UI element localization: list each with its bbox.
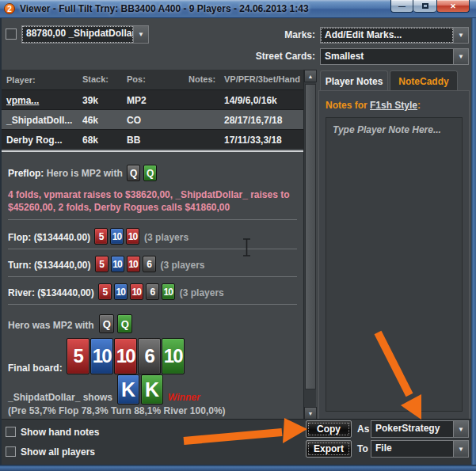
preflop-label: Preflop:: [8, 168, 44, 179]
playing-card-Q-club: Q: [143, 165, 157, 181]
player-name: Derby Rog...: [6, 135, 63, 146]
player-name[interactable]: vpma...: [6, 95, 39, 106]
chevron-down-icon[interactable]: ▼: [133, 26, 148, 43]
stack-value: 46k: [82, 115, 98, 126]
preflop-text: Hero is MP2 with: [47, 168, 123, 179]
dropdown-arrow-glyph: ▼: [458, 53, 464, 60]
street-cards-dropdown[interactable]: Smallest ▼: [320, 48, 469, 65]
marks-dropdown[interactable]: Add/Edit Marks... ▼: [320, 27, 469, 44]
maximize-button[interactable]: [413, 0, 436, 13]
chevron-down-icon[interactable]: ▼: [453, 421, 468, 437]
street-label: River: ($134440,00): [8, 287, 94, 298]
hand-selector-value: 88780,00 _ShipdatDollar_: [22, 26, 133, 43]
export-target-value: File: [371, 441, 453, 457]
notes-tabs: Player NotesNoteCaddy: [320, 70, 458, 91]
app-icon-badge: 2: [7, 5, 12, 13]
streets: Flop: ($134440.00)51010(3 playersTurn: (…: [8, 226, 297, 305]
playing-card-10-club: 10: [162, 283, 175, 300]
header-pos: Pos:: [127, 74, 146, 84]
chevron-down-icon[interactable]: ▼: [453, 441, 468, 457]
notes-panel: Notes for F1sh Style:: [318, 90, 470, 420]
players-table-body: vpma...39kMP214/9/6,0/16k_ShipdatDoll...…: [2, 89, 303, 149]
show-hand-notes-checkbox[interactable]: [6, 427, 16, 437]
tab-player-notes[interactable]: Player Notes: [320, 70, 388, 91]
hero-summary-text: Hero was MP2 with: [8, 320, 94, 331]
table-separator: [2, 150, 303, 152]
notes-for-player-link[interactable]: F1sh Style: [370, 100, 417, 111]
window-border-right: [471, 18, 476, 465]
marks-value: Add/Edit Marks...: [321, 28, 453, 43]
header-player: Player:: [6, 75, 36, 85]
header-stats: VP/PFR/3bet/Hand: [224, 74, 300, 84]
scroll-down-icon[interactable]: ▼: [304, 407, 317, 420]
table-row[interactable]: Derby Rog...68kBB17/11/33,3/18: [2, 129, 303, 149]
scrollbar-thumb[interactable]: [305, 84, 316, 389]
window-title: Viewer - Full Tilt Trny: BB3400 A400 - 9…: [20, 3, 309, 14]
final-board-cards: 51010610: [67, 338, 185, 374]
dropdown-arrow-glyph: ▼: [458, 426, 464, 433]
street-players-count: (3 players: [144, 232, 188, 243]
export-target-dropdown[interactable]: File ▼: [371, 440, 469, 458]
playing-card-6-spade: 6: [143, 256, 156, 272]
header-stack: Stack:: [82, 74, 109, 84]
scroll-up-icon[interactable]: ▲: [304, 70, 317, 82]
notes-for-suffix: :: [417, 100, 421, 111]
stack-value: 39k: [82, 95, 98, 106]
footer-bar: Show hand notes Show all players Copy As…: [0, 419, 476, 465]
street-players-count: (3 players: [161, 260, 205, 271]
player-name: _ShipdatDoll...: [6, 115, 72, 126]
copy-format-value: PokerStrategy: [371, 421, 453, 437]
viewer-window: 2 Viewer - Full Tilt Trny: BB3400 A400 -…: [0, 0, 476, 471]
player-note-input[interactable]: [326, 117, 463, 412]
playing-card-K-diamond: K: [117, 374, 139, 405]
dropdown-arrow-glyph: ▼: [138, 31, 144, 38]
to-label: To: [357, 443, 368, 454]
scroll-up-glyph: ▲: [308, 74, 314, 79]
showdown-cards: KK: [117, 374, 163, 405]
minimize-button[interactable]: —: [390, 0, 413, 13]
playing-card-10-diamond: 10: [114, 283, 128, 300]
position-value: MP2: [127, 95, 147, 106]
hand-selector-dropdown[interactable]: 88780,00 _ShipdatDollar_ ▼: [21, 25, 149, 44]
divider: [8, 276, 297, 277]
playing-card-10-club: 10: [162, 338, 185, 374]
chevron-down-icon[interactable]: ▼: [453, 28, 468, 43]
show-all-players-checkbox[interactable]: [6, 446, 16, 457]
divider: [8, 249, 297, 249]
close-icon: ✕: [450, 2, 456, 10]
table-row[interactable]: _ShipdatDoll...46kCO28/17/16,7/18: [2, 109, 303, 129]
preflop-actions: 4 folds, vpmarat raises to $38620,00, _S…: [8, 188, 290, 214]
street-label: Turn: ($134440,00): [8, 260, 91, 271]
final-board-label: Final board:: [8, 363, 63, 374]
chevron-down-icon[interactable]: ▼: [453, 49, 468, 64]
copy-button[interactable]: Copy: [306, 420, 352, 438]
street-players-count: (3 players: [180, 287, 224, 298]
tab-notecaddy[interactable]: NoteCaddy: [390, 70, 458, 91]
header-notes: Notes:: [188, 74, 215, 84]
equity-line: (Pre 53,7% Flop 78,3% Turn 88,1% River 1…: [8, 405, 297, 417]
playing-card-10-diamond: 10: [111, 256, 124, 272]
show-hand-notes-label: Show hand notes: [21, 427, 99, 438]
table-row[interactable]: vpma...39kMP214/9/6,0/16k: [2, 89, 303, 109]
hand-select-checkbox[interactable]: [6, 28, 17, 40]
minimize-icon: —: [398, 2, 406, 10]
notes-for-label: Notes for: [326, 100, 367, 111]
title-bar[interactable]: 2 Viewer - Full Tilt Trny: BB3400 A400 -…: [0, 0, 476, 18]
street-cards: 510106: [95, 256, 156, 272]
playing-card-5-heart: 5: [94, 228, 108, 245]
copy-format-dropdown[interactable]: PokerStrategy ▼: [371, 420, 469, 438]
hand-history-scrollbar[interactable]: ▲ ▼: [303, 70, 316, 420]
hero-summary-cards: QQ: [99, 314, 132, 333]
window-controls: — ✕: [390, 0, 470, 13]
playing-card-10-diamond: 10: [110, 228, 124, 245]
export-button[interactable]: Export: [306, 440, 352, 458]
stack-value: 68k: [82, 135, 98, 146]
close-button[interactable]: ✕: [436, 0, 470, 13]
window-border-left: [0, 18, 2, 465]
street-row: Flop: ($134440.00)51010(3 players: [8, 226, 297, 245]
playing-card-5-heart: 5: [98, 283, 112, 300]
as-label: As: [357, 424, 369, 435]
show-all-players-label: Show all players: [21, 446, 95, 458]
playing-card-10-diamond: 10: [90, 338, 113, 374]
divider: [8, 219, 297, 220]
